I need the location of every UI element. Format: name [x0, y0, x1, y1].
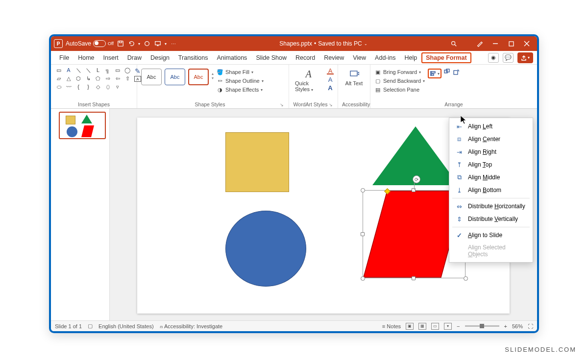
- tab-review[interactable]: Review: [319, 51, 348, 64]
- text-outline-icon[interactable]: A: [327, 76, 334, 83]
- bring-forward-icon: ▣: [374, 69, 381, 75]
- group-icon[interactable]: [443, 69, 450, 75]
- alt-text-button[interactable]: Alt Text: [343, 67, 365, 86]
- share-button[interactable]: ▾: [517, 52, 533, 63]
- spellcheck-icon[interactable]: ▢: [88, 323, 93, 329]
- menu-distribute-vertically[interactable]: ⇕Distribute Vertically: [449, 213, 533, 225]
- tab-shape-format[interactable]: Shape Format: [421, 52, 471, 63]
- zoom-in-button[interactable]: +: [504, 323, 507, 329]
- svg-rect-9: [350, 71, 357, 76]
- slide-counter: Slide 1 of 1: [55, 323, 82, 329]
- dialog-launcher-icon[interactable]: ↘: [279, 102, 285, 107]
- shape-gallery[interactable]: ▭A＼＼L╗▭◯ ▱△⬡↳⬠⇨⇦⇧ ⬭〰{}◇⬯▿: [55, 67, 131, 90]
- bucket-icon: 🪣: [217, 69, 223, 75]
- app-window: P AutoSave Off ▾ ▾ ⋯ Shapes.pptx • Saved…: [49, 34, 539, 333]
- tab-insert[interactable]: Insert: [99, 51, 123, 64]
- dialog-launcher-wordart-icon[interactable]: ↘: [328, 102, 334, 107]
- menu-align-middle[interactable]: ⧉Align Middle: [449, 171, 533, 184]
- svg-rect-15: [454, 71, 458, 74]
- shape-fill-button[interactable]: 🪣Shape Fill▾: [217, 69, 264, 75]
- zoom-out-button[interactable]: −: [457, 323, 460, 329]
- zoom-level[interactable]: 56%: [512, 323, 523, 329]
- tab-addins[interactable]: Add-ins: [370, 51, 400, 64]
- quick-styles-button[interactable]: A Quick Styles ▾: [293, 67, 324, 92]
- text-effects-icon[interactable]: A: [327, 84, 334, 91]
- selection-handle[interactable]: [361, 232, 365, 236]
- rotate-icon[interactable]: [452, 69, 459, 75]
- tab-file[interactable]: File: [55, 51, 74, 64]
- align-bottom-icon: ⤓: [455, 186, 463, 194]
- undo-dropdown-icon[interactable]: ▾: [138, 42, 140, 46]
- tab-slideshow[interactable]: Slide Show: [251, 51, 291, 64]
- powerpoint-icon: P: [54, 39, 63, 48]
- align-button[interactable]: ▾: [428, 69, 441, 78]
- style-gallery-more-icon[interactable]: ▴▾: [212, 67, 214, 85]
- normal-view-icon[interactable]: ▣: [406, 323, 414, 330]
- tab-record[interactable]: Record: [291, 51, 319, 64]
- shape-circle[interactable]: [225, 211, 306, 287]
- menu-distribute-horizontally[interactable]: ⇔Distribute Horizontally: [449, 200, 533, 213]
- search-icon[interactable]: [450, 40, 458, 48]
- menu-align-to-slide[interactable]: ✓Align to Slide: [449, 229, 533, 242]
- svg-rect-13: [444, 70, 447, 73]
- undo-icon[interactable]: [127, 40, 135, 48]
- menu-align-right[interactable]: ⇥Align Right: [449, 146, 533, 158]
- blank-icon: [455, 247, 463, 255]
- tab-transitions[interactable]: Transitions: [174, 51, 213, 64]
- language-status[interactable]: English (United States): [98, 323, 154, 329]
- close-button[interactable]: [522, 39, 531, 48]
- selection-handle[interactable]: [361, 276, 365, 281]
- selection-handle[interactable]: [412, 276, 416, 280]
- sorter-view-icon[interactable]: ▦: [418, 323, 426, 330]
- pen-icon[interactable]: [475, 39, 484, 48]
- menu-separator: [452, 198, 530, 198]
- svg-rect-1: [119, 41, 122, 43]
- tab-home[interactable]: Home: [74, 51, 98, 64]
- send-backward-button[interactable]: ▢Send Backward▾: [374, 77, 425, 84]
- tab-help[interactable]: Help: [400, 51, 421, 64]
- effects-icon: ◑: [217, 86, 223, 93]
- autosave-toggle[interactable]: AutoSave Off: [66, 40, 114, 47]
- slideshow-view-icon[interactable]: ▾: [444, 323, 452, 330]
- notes-button[interactable]: ≡ Notes: [382, 323, 401, 329]
- qat-more-icon[interactable]: ⋯: [170, 40, 177, 48]
- bring-forward-button[interactable]: ▣Bring Forward▾: [374, 69, 425, 75]
- reading-view-icon[interactable]: ▭: [431, 323, 439, 330]
- style-swatch-2[interactable]: Abc: [165, 69, 185, 85]
- style-swatch-3[interactable]: Abc: [188, 69, 209, 85]
- selection-handle[interactable]: [412, 188, 416, 192]
- saved-status: Saved to this PC: [318, 40, 362, 47]
- selection-handle[interactable]: [464, 276, 468, 281]
- title-dropdown-icon[interactable]: ⌄: [364, 42, 368, 46]
- tab-animations[interactable]: Animations: [213, 51, 252, 64]
- style-swatch-1[interactable]: Abc: [141, 69, 162, 85]
- slide-thumbnail-1[interactable]: [59, 112, 106, 139]
- fit-to-window-icon[interactable]: ⛶: [528, 323, 533, 329]
- maximize-button[interactable]: [507, 39, 515, 48]
- record-indicator-icon[interactable]: ◉: [488, 53, 499, 63]
- menu-align-bottom[interactable]: ⤓Align Bottom: [449, 184, 533, 196]
- menu-align-selected-objects: Align Selected Objects: [449, 242, 533, 260]
- shape-effects-button[interactable]: ◑Shape Effects▾: [217, 86, 264, 93]
- minimize-button[interactable]: [491, 39, 500, 48]
- comments-icon[interactable]: 💬: [503, 53, 514, 63]
- present-icon[interactable]: [154, 40, 162, 48]
- shape-rectangle[interactable]: [225, 132, 289, 192]
- pen-outline-icon: ✏: [217, 77, 223, 84]
- menu-align-center[interactable]: ⧈Align Center: [449, 133, 533, 146]
- present-dropdown-icon[interactable]: ▾: [165, 42, 167, 46]
- tab-design[interactable]: Design: [146, 51, 174, 64]
- accessibility-status[interactable]: ⍝ Accessibility: Investigate: [160, 323, 223, 329]
- save-icon[interactable]: [117, 40, 124, 48]
- group-label-insert-shapes: Insert Shapes: [55, 100, 133, 107]
- selection-pane-button[interactable]: ▤Selection Pane: [374, 86, 425, 93]
- zoom-slider[interactable]: [465, 325, 499, 327]
- redo-icon[interactable]: [143, 40, 151, 48]
- tab-view[interactable]: View: [348, 51, 370, 64]
- text-fill-icon[interactable]: A: [327, 68, 334, 74]
- svg-rect-3: [155, 42, 161, 45]
- selection-handle[interactable]: [361, 188, 365, 193]
- tab-draw[interactable]: Draw: [123, 51, 146, 64]
- menu-align-top[interactable]: ⤒Align Top: [449, 158, 533, 171]
- shape-outline-button[interactable]: ✏Shape Outline▾: [217, 77, 264, 84]
